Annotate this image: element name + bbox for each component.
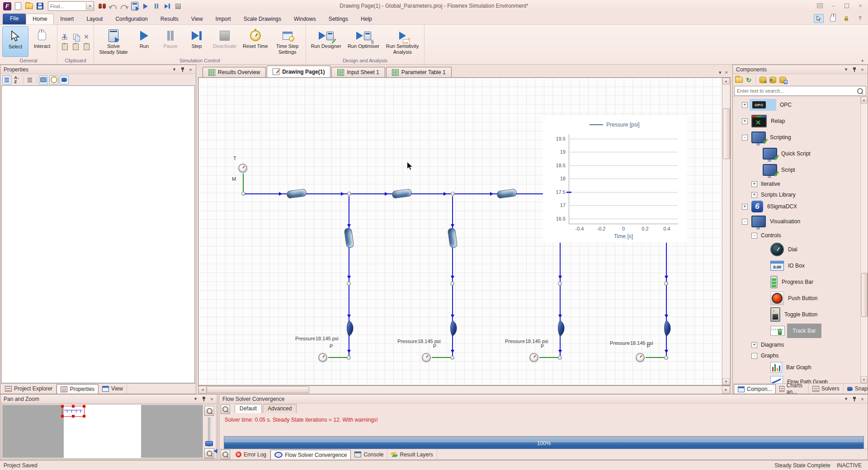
- paste-special-button[interactable]: [72, 43, 79, 50]
- component-search-input[interactable]: [735, 88, 857, 94]
- tree-item-progress-bar[interactable]: Progress Bar: [733, 274, 868, 290]
- solve-quick-button[interactable]: [130, 2, 140, 11]
- find-input[interactable]: [48, 4, 86, 9]
- menu-windows[interactable]: Windows: [288, 14, 322, 24]
- tab-properties[interactable]: Properties: [57, 384, 99, 394]
- pipe-component-vertical[interactable]: [448, 228, 458, 249]
- tree-item-scripts-library[interactable]: + Scripts Library: [733, 190, 868, 200]
- valve-component[interactable]: [343, 320, 355, 337]
- app-logo[interactable]: F: [2, 2, 12, 11]
- find-button[interactable]: [97, 2, 107, 11]
- expander-icon[interactable]: -: [751, 233, 757, 239]
- menu-scale-drawings[interactable]: Scale Drawings: [237, 14, 288, 24]
- minimize-button[interactable]: –: [828, 2, 838, 9]
- tab-list-dropdown-icon[interactable]: ▾: [719, 70, 722, 75]
- branch-node[interactable]: [347, 282, 351, 286]
- tree-item-iterative[interactable]: + Iterative: [733, 178, 868, 190]
- menu-help[interactable]: Help: [354, 14, 378, 24]
- open-file-button[interactable]: [24, 2, 34, 11]
- open-library-button[interactable]: [735, 76, 743, 84]
- tab-console[interactable]: Console: [351, 449, 387, 460]
- convergence-zoom-button[interactable]: [221, 404, 230, 414]
- panel-menu-icon[interactable]: ▾: [843, 66, 849, 73]
- panel-close-icon[interactable]: ×: [859, 66, 866, 73]
- tab-drawing-page[interactable]: Drawing Page(1): [267, 66, 330, 77]
- tab-result-layers[interactable]: Result Layers: [387, 449, 437, 460]
- tab-default[interactable]: Default: [235, 404, 262, 413]
- tree-item-track-bar[interactable]: Track Bar: [733, 323, 868, 339]
- tree-item-relap[interactable]: + Relap: [733, 113, 868, 129]
- menu-home[interactable]: Home: [26, 14, 54, 24]
- tree-item-io-box[interactable]: 0.00 IO Box: [733, 258, 868, 274]
- expander-icon[interactable]: +: [751, 342, 757, 348]
- tab-results-overview[interactable]: Results Overview: [203, 67, 266, 77]
- undo-button[interactable]: [108, 2, 118, 11]
- tab-close-icon[interactable]: ×: [725, 70, 728, 75]
- refresh-library-button[interactable]: ↻: [745, 76, 753, 84]
- find-dropdown-icon[interactable]: [86, 2, 94, 10]
- pipe-component[interactable]: [286, 188, 307, 199]
- run-optimiser-button[interactable]: § Run Optimiser: [345, 26, 382, 57]
- tree-item-flow-path-graph[interactable]: Flow Path Graph: [733, 374, 868, 383]
- panel-pin-icon[interactable]: [851, 66, 858, 73]
- minimap[interactable]: [1, 404, 216, 459]
- tree-item-toggle-button[interactable]: Toggle Button: [733, 306, 868, 323]
- pressure-gauge[interactable]: [529, 353, 538, 362]
- save-button[interactable]: [35, 2, 45, 11]
- branch-line[interactable]: [666, 243, 667, 357]
- tree-item-opc[interactable]: + OPC OPC: [733, 97, 868, 113]
- branch-end-node[interactable]: [664, 356, 668, 360]
- branch-end-node[interactable]: [450, 356, 454, 360]
- tree-item-push-button[interactable]: Push Button: [733, 290, 868, 306]
- junction-node[interactable]: [451, 192, 455, 196]
- panel-pin-icon[interactable]: [179, 66, 186, 73]
- panel-menu-icon[interactable]: ▾: [843, 396, 849, 402]
- minimap-viewport[interactable]: [62, 406, 85, 417]
- run-quick-button[interactable]: [141, 2, 151, 11]
- expander-icon[interactable]: -: [751, 353, 757, 359]
- tree-item-controls[interactable]: - Controls: [733, 230, 868, 241]
- zoom-in-button[interactable]: [204, 406, 214, 416]
- tab-solvers[interactable]: Solvers: [809, 384, 844, 394]
- menu-import[interactable]: Import: [209, 14, 237, 24]
- new-file-button[interactable]: [13, 2, 23, 11]
- pressure-gauge[interactable]: [636, 353, 645, 362]
- expander-icon[interactable]: +: [751, 192, 757, 198]
- tree-item-diagrams[interactable]: + Diagrams: [733, 339, 868, 351]
- menu-configuration[interactable]: Configuration: [109, 14, 154, 24]
- transient-button[interactable]: [49, 75, 58, 85]
- run-button[interactable]: Run: [132, 26, 157, 57]
- paste-link-button[interactable]: [83, 43, 90, 50]
- canvas-vertical-scrollbar[interactable]: ▲ ▼: [722, 78, 730, 385]
- select-mode-button[interactable]: [814, 14, 824, 23]
- redo-button[interactable]: [119, 2, 129, 11]
- branch-line[interactable]: [560, 243, 561, 357]
- select-button[interactable]: Select: [2, 26, 28, 57]
- ribbon-collapse-button[interactable]: ▴: [861, 58, 863, 62]
- expander-icon[interactable]: +: [742, 118, 748, 124]
- property-list-button[interactable]: [26, 76, 34, 84]
- vertical-scroll-thumb[interactable]: [723, 108, 730, 159]
- panel-close-icon[interactable]: ×: [859, 396, 866, 402]
- interact-button[interactable]: Interact: [29, 26, 55, 57]
- close-button[interactable]: ×: [855, 2, 865, 9]
- tree-scroll-down-arrow[interactable]: ▼: [861, 376, 867, 383]
- branch-node[interactable]: [558, 282, 562, 286]
- panel-pin-icon[interactable]: [851, 396, 858, 402]
- pressure-chart[interactable]: Pressure [psi] 19.5 19 18.5 18 17.5 17 1…: [543, 116, 686, 242]
- tab-snaps[interactable]: Snaps: [844, 384, 868, 394]
- tree-scrollbar[interactable]: ▲ ▼: [860, 97, 868, 383]
- add-database-button[interactable]: [759, 76, 767, 84]
- expander-icon[interactable]: -: [742, 135, 748, 141]
- reset-time-button[interactable]: Reset Time: [240, 26, 271, 57]
- valve-component[interactable]: [660, 320, 672, 337]
- branch-node[interactable]: [450, 282, 454, 286]
- tab-project-explorer[interactable]: Project Explorer: [1, 384, 57, 394]
- tab-input-sheet[interactable]: Input Sheet 1: [331, 67, 385, 77]
- step-button[interactable]: Step: [184, 26, 209, 57]
- tree-item-dial[interactable]: Dial: [733, 241, 868, 258]
- run-sensitivity-analysis-button[interactable]: Run Sensitivity Analysis: [383, 26, 422, 57]
- expander-icon[interactable]: -: [742, 219, 748, 225]
- run-designer-button[interactable]: Run Designer: [308, 26, 344, 57]
- tree-item-script[interactable]: Script: [733, 162, 868, 178]
